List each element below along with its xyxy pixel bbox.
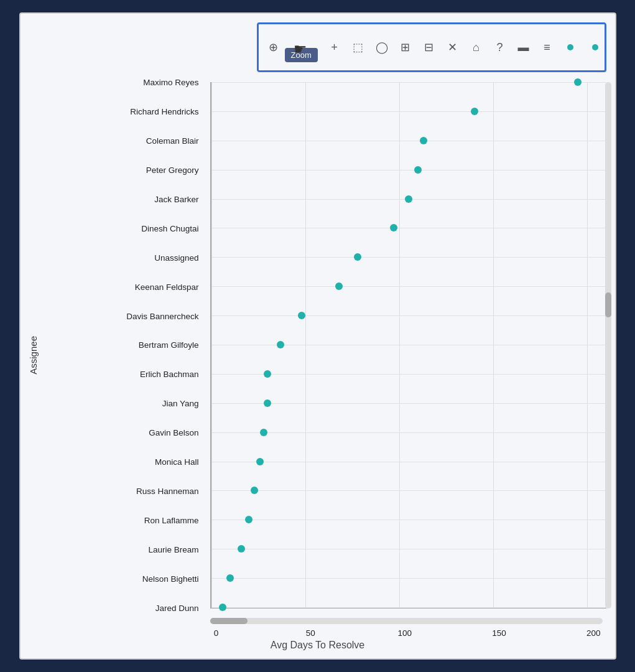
- y-label: Erlich Bachman: [39, 374, 204, 375]
- y-label: Davis Bannercheck: [39, 316, 204, 317]
- add-icon[interactable]: +: [326, 39, 343, 56]
- toolbar: ⊕ Zoom ☛ + ⬚ ◯ ⊞ ⊟ ✕ ⌂ ? ▬ ≡: [257, 22, 606, 72]
- data-dot[interactable]: [405, 195, 412, 203]
- y-label: Coleman Blair: [39, 141, 204, 141]
- grid-line-h: [211, 490, 606, 491]
- grid-line-v: [211, 82, 212, 607]
- zoom-icon[interactable]: ⊕: [265, 39, 282, 56]
- lasso-icon[interactable]: ◯: [373, 39, 391, 56]
- data-dot[interactable]: [251, 487, 258, 494]
- data-dot[interactable]: [298, 312, 305, 319]
- grid-line-h: [211, 462, 606, 462]
- zoom-out-icon[interactable]: ⊟: [420, 39, 438, 56]
- grid-line-h: [211, 170, 606, 170]
- y-label: Laurie Bream: [39, 549, 204, 550]
- plot-area: [210, 82, 606, 609]
- dot-indicator-2: [592, 44, 598, 50]
- data-dot[interactable]: [226, 574, 234, 582]
- data-dot[interactable]: [335, 282, 343, 290]
- y-label: Richard Hendricks: [39, 111, 204, 112]
- grid-line-h: [211, 345, 606, 345]
- data-dot[interactable]: [420, 137, 427, 144]
- x-tick-label: 150: [487, 628, 512, 638]
- data-dot[interactable]: [256, 458, 264, 465]
- x-tick-label: 100: [392, 628, 417, 638]
- zoom-in-icon[interactable]: ⊞: [397, 39, 414, 56]
- y-label: Maximo Reyes: [39, 82, 204, 83]
- y-label: Keenan Feldspar: [39, 287, 204, 287]
- data-dot[interactable]: [471, 108, 478, 115]
- grid-line-h: [211, 82, 606, 83]
- y-label: Jian Yang: [39, 403, 204, 404]
- grid-line-v: [587, 82, 588, 607]
- grid-line-h: [211, 578, 606, 579]
- menu-icon[interactable]: ≡: [539, 39, 556, 56]
- grid-line-h: [211, 286, 606, 287]
- y-label: Jared Dunn: [39, 608, 204, 609]
- grid-line-v: [399, 82, 400, 607]
- data-dot[interactable]: [390, 224, 397, 231]
- scrollbar-thumb-bottom: [210, 618, 248, 624]
- chart-container: ⊕ Zoom ☛ + ⬚ ◯ ⊞ ⊟ ✕ ⌂ ? ▬ ≡ Assignee Ma…: [19, 12, 616, 660]
- y-label: Ron Laflamme: [39, 520, 204, 521]
- grid-line-h: [211, 228, 606, 228]
- data-dot[interactable]: [260, 429, 267, 436]
- y-labels: Maximo ReyesRichard HendricksColeman Bla…: [39, 82, 204, 609]
- grid-line-h: [211, 111, 606, 112]
- y-label: Unassigned: [39, 258, 204, 258]
- help-icon[interactable]: ?: [491, 39, 509, 56]
- home-icon[interactable]: ⌂: [468, 39, 485, 56]
- grid-line-h: [211, 257, 606, 258]
- grid-line-v: [305, 82, 306, 607]
- grid-line-h: [211, 520, 606, 520]
- y-label: Peter Gregory: [39, 170, 204, 170]
- y-label: Nelson Bighetti: [39, 579, 204, 579]
- select-icon[interactable]: ⬚: [350, 39, 367, 56]
- data-dot[interactable]: [414, 166, 422, 174]
- grid-line-h: [211, 432, 606, 433]
- data-dot[interactable]: [264, 399, 271, 407]
- data-dot[interactable]: [354, 253, 361, 261]
- scrollbar-bottom[interactable]: [210, 618, 603, 624]
- y-label: Jack Barker: [39, 199, 204, 200]
- y-label: Dinesh Chugtai: [39, 228, 204, 229]
- y-label: Gavin Belson: [39, 432, 204, 433]
- x-tick-label: 0: [204, 628, 229, 638]
- y-axis-label: Assignee: [28, 336, 39, 375]
- data-dot[interactable]: [238, 545, 245, 553]
- data-dot[interactable]: [219, 604, 226, 611]
- x-axis-title: Avg Days To Resolve: [271, 640, 364, 651]
- remove-icon[interactable]: ✕: [444, 39, 461, 56]
- data-dot[interactable]: [264, 370, 271, 378]
- scrollbar-right[interactable]: [605, 82, 611, 609]
- data-dot[interactable]: [574, 78, 582, 86]
- grid-line-h: [211, 549, 606, 549]
- grid-line-v: [493, 82, 494, 607]
- y-label: Russ Hanneman: [39, 491, 204, 492]
- scrollbar-thumb-right: [605, 292, 611, 317]
- data-dot[interactable]: [245, 516, 253, 523]
- grid-line-h: [211, 315, 606, 316]
- data-dot[interactable]: [277, 341, 284, 348]
- y-label: Monica Hall: [39, 462, 204, 462]
- grid-line-h: [211, 141, 606, 141]
- grid-line-h: [211, 607, 606, 608]
- zoom-tooltip: Zoom: [285, 48, 318, 62]
- x-tick-label: 50: [298, 628, 323, 638]
- cursor-hand: ☛: [294, 40, 307, 58]
- x-tick-label: 200: [581, 628, 606, 638]
- y-label: Bertram Gilfoyle: [39, 345, 204, 345]
- color-icon[interactable]: ▬: [515, 39, 532, 56]
- dot-indicator-1: [567, 44, 573, 50]
